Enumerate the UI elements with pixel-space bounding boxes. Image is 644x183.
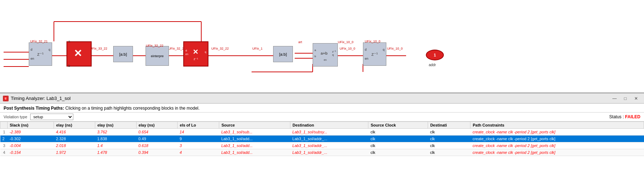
table-header-row: Slack (ns) elay (ns) elay (ns) elay (ns)… — [0, 122, 644, 129]
ab-label-1: [a:b] — [119, 52, 127, 56]
maximize-button[interactable]: □ — [620, 95, 630, 102]
table-cell-10: create_clock -name clk -period 2 [get_po… — [470, 136, 644, 142]
table-cell-4: 0.654 — [136, 129, 178, 136]
ab-label-2: [a:b] — [279, 52, 287, 56]
addr-oval: 1 — [426, 50, 444, 60]
col-delay1[interactable]: elay (ns) — [54, 122, 95, 129]
ufix-10-0-label-2: UFix_10_0 — [365, 40, 381, 43]
red-multiplier-1: ✕ — [66, 41, 92, 67]
table-cell-2: 1.972 — [54, 149, 95, 156]
einterpre-block: einterpre — [146, 46, 169, 66]
col-rownum — [0, 122, 8, 129]
canvas-area: UFix_33_22 UFix_32_22 UFix_32_22 UFix_1 … — [0, 0, 644, 93]
einterp-label: einterpre — [151, 54, 164, 58]
table-cell-4: 0.618 — [136, 142, 178, 149]
timing-title-icon: T — [3, 96, 9, 101]
timing-subheader: Violation type setup Status : FAILED — [0, 113, 644, 122]
table-cell-2: 2.328 — [54, 136, 95, 142]
table-cell-6: Lab3_1_sol/add... — [219, 142, 290, 149]
d-port-label: d — [31, 48, 32, 51]
one-label: 1 — [434, 53, 436, 57]
table-cell-6: Lab3_1_sol/add... — [219, 149, 290, 156]
mult1-b-label: b — [68, 64, 70, 68]
table-cell-2: 4.416 — [54, 129, 95, 136]
svg-text:✕: ✕ — [74, 48, 82, 59]
svg-text:UFix_10_0: UFix_10_0 — [387, 47, 403, 50]
red-multiplier-2: d en ✕ q z⁻¹ — [183, 41, 208, 67]
table-cell-4: 0.394 — [136, 149, 178, 156]
status-area: Status : FAILED — [609, 114, 640, 119]
table-row[interactable]: 1-2.3894.4163.7620.65414Lab3_1_sol/sub..… — [0, 129, 644, 136]
violation-label: Violation type — [4, 115, 27, 119]
window-controls: — □ ✕ — [610, 95, 641, 102]
col-path-constraints[interactable]: Path Constraints — [470, 122, 644, 129]
table-cell-7: Lab3_1_sol/addr_... — [290, 149, 368, 156]
svg-text:UFix_1: UFix_1 — [252, 47, 263, 50]
status-label: Status : — [609, 114, 624, 119]
col-source[interactable]: Source — [219, 122, 290, 129]
svg-text:✕: ✕ — [192, 48, 198, 56]
table-cell-9: clk — [428, 149, 470, 156]
table-cell-3: 1.478 — [95, 149, 136, 156]
col-destination[interactable]: Destination — [290, 122, 368, 129]
table-cell-10: create_clock -name clk -period 2 [get_po… — [470, 129, 644, 136]
table-row[interactable]: 4-0.1541.9721.4780.3944Lab3_1_sol/add...… — [0, 149, 644, 156]
table-cell-3: 1.4 — [95, 142, 136, 149]
col-delay3[interactable]: elay (ns) — [136, 122, 178, 129]
violation-dropdown[interactable]: setup — [30, 114, 73, 120]
ufix-32-21-label: UFix_32_21 — [30, 40, 48, 43]
table-cell-3: 3.762 — [95, 129, 136, 136]
table-cell-1: -2.389 — [8, 129, 54, 136]
table-cell-0: 2 — [0, 136, 8, 142]
table-cell-6: Lab3_1_sol/add... — [219, 136, 290, 142]
delay-block-1: d q z⁻¹ en — [29, 42, 52, 66]
svg-text:UFix_32_22: UFix_32_22 — [211, 47, 229, 50]
col-els[interactable]: els of Lo — [178, 122, 219, 129]
timing-titlebar: T Timing Analyzer: Lab3_1_sol — □ ✕ — [0, 93, 644, 104]
table-cell-7: Lab3_1_sol/addr_... — [290, 136, 368, 142]
table-cell-5: 14 — [178, 129, 219, 136]
status-value: FAILED — [625, 114, 640, 119]
col-source-clock[interactable]: Source Clock — [368, 122, 428, 129]
timing-table-container[interactable]: Slack (ns) elay (ns) elay (ns) elay (ns)… — [0, 122, 644, 183]
art-label: art — [298, 40, 302, 44]
table-cell-1: -0.154 — [8, 149, 54, 156]
addr-label: addr — [429, 63, 436, 67]
en-port-label: en — [31, 57, 34, 60]
col-destinati[interactable]: Destinati — [428, 122, 470, 129]
table-cell-7: Lab3_1_sol/addr_... — [290, 142, 368, 149]
table-cell-1: -0.004 — [8, 142, 54, 149]
z1-label: z⁻¹ — [37, 51, 44, 57]
table-cell-4: 0.49 — [136, 136, 178, 142]
timing-titlebar-left: T Timing Analyzer: Lab3_1_sol — [3, 96, 70, 101]
col-delay2[interactable]: elay (ns) — [95, 122, 136, 129]
table-row[interactable]: 3-0.0042.0181.40.6183Lab3_1_sol/add...La… — [0, 142, 644, 149]
table-cell-1: -0.302 — [8, 136, 54, 142]
table-cell-0: 4 — [0, 149, 8, 156]
table-cell-10: create_clock -name clk -period 2 [get_po… — [470, 142, 644, 149]
mult1-a-label: a — [68, 40, 70, 43]
table-cell-9: clk — [428, 129, 470, 136]
close-button[interactable]: ✕ — [631, 95, 641, 102]
col-slack[interactable]: Slack (ns) — [8, 122, 54, 129]
timing-header-bar: Post Synthesis Timing Paths: Clicking on… — [0, 104, 644, 113]
timing-title-text: Timing Analyzer: Lab3_1_sol — [11, 96, 70, 101]
table-cell-8: clk — [368, 136, 428, 142]
table-cell-0: 3 — [0, 142, 8, 149]
table-cell-2: 2.018 — [54, 142, 95, 149]
svg-text:UFix_33_22: UFix_33_22 — [90, 47, 107, 50]
table-cell-6: Lab3_1_sol/sub... — [219, 129, 290, 136]
table-row[interactable]: 2-0.3022.3281.8380.499Lab3_1_sol/add...L… — [0, 136, 644, 142]
table-cell-5: 9 — [178, 136, 219, 142]
delay-block-2: d q z⁻¹ en — [363, 42, 386, 66]
svg-text:UFix_10_0: UFix_10_0 — [340, 47, 355, 50]
table-body: 1-2.3894.4163.7620.65414Lab3_1_sol/sub..… — [0, 129, 644, 156]
table-cell-5: 3 — [178, 142, 219, 149]
ufix-32-22-label-1: UFix_32_22 — [146, 44, 164, 47]
table-cell-3: 1.838 — [95, 136, 136, 142]
table-cell-10: create_clock -name clk -period 2 [get_po… — [470, 149, 644, 156]
description-text: Clicking on a timing path highlights cor… — [65, 106, 200, 111]
minimize-button[interactable]: — — [610, 95, 620, 102]
ufix-10-0-label-1: UFix_10_0 — [338, 40, 354, 44]
q-port-label: q — [49, 48, 50, 51]
